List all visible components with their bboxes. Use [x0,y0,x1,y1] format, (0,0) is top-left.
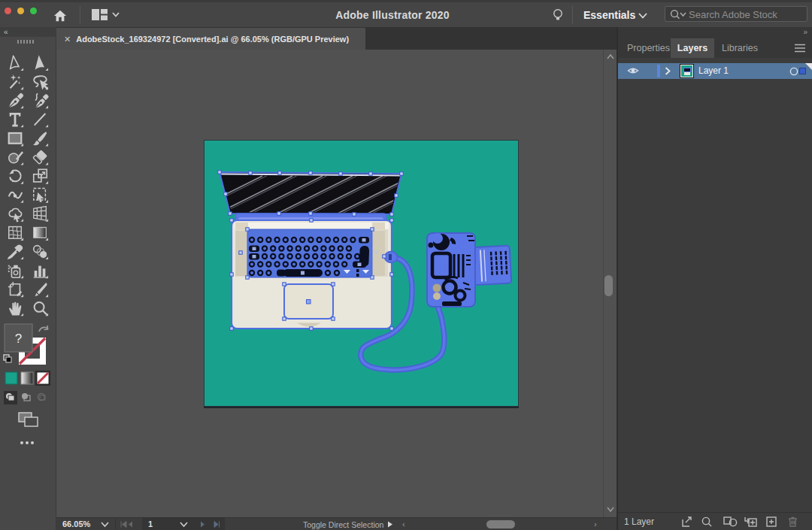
svg-text:?: ? [15,332,22,346]
